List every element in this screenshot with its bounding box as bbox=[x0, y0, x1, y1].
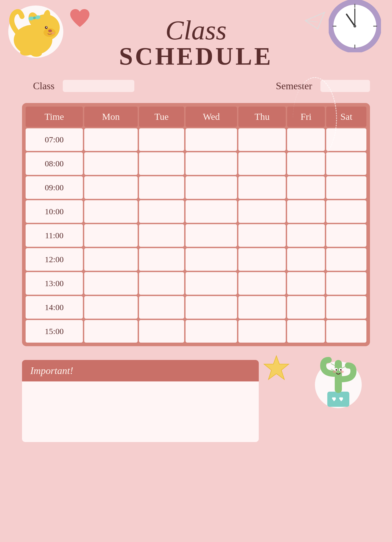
title-class: Class bbox=[22, 17, 370, 44]
table-header-tue: Tue bbox=[139, 107, 184, 127]
table-header-mon: Mon bbox=[84, 107, 138, 127]
schedule-cell[interactable] bbox=[186, 152, 237, 175]
svg-rect-28 bbox=[327, 392, 349, 407]
header: Class SCHEDULE bbox=[22, 11, 370, 69]
important-label: Important! bbox=[30, 365, 73, 376]
star-decoration bbox=[263, 354, 290, 383]
table-body: 07:0008:0009:0010:0011:0012:0013:0014:00… bbox=[26, 128, 366, 343]
schedule-cell[interactable] bbox=[238, 296, 286, 319]
schedule-cell[interactable] bbox=[326, 200, 366, 223]
schedule-cell[interactable] bbox=[186, 272, 237, 295]
time-cell-1400: 14:00 bbox=[26, 296, 83, 319]
time-cell-1200: 12:00 bbox=[26, 248, 83, 271]
schedule-cell[interactable] bbox=[84, 224, 138, 247]
schedule-cell[interactable] bbox=[186, 128, 237, 151]
schedule-cell[interactable] bbox=[326, 152, 366, 175]
schedule-cell[interactable] bbox=[287, 200, 325, 223]
schedule-cell[interactable] bbox=[84, 176, 138, 199]
svg-point-35 bbox=[336, 369, 337, 371]
schedule-cell[interactable] bbox=[186, 296, 237, 319]
table-row: 12:00 bbox=[26, 248, 366, 271]
page: Class SCHEDULE Class Semester TimeMonTue… bbox=[0, 0, 392, 542]
dashed-curve-decoration bbox=[293, 77, 337, 160]
schedule-cell[interactable] bbox=[186, 176, 237, 199]
schedule-cell[interactable] bbox=[186, 224, 237, 247]
schedule-cell[interactable] bbox=[84, 152, 138, 175]
important-header: Important! bbox=[22, 360, 259, 381]
table-row: 13:00 bbox=[26, 272, 366, 295]
table-row: 10:00 bbox=[26, 200, 366, 223]
schedule-cell[interactable] bbox=[84, 128, 138, 151]
schedule-cell[interactable] bbox=[84, 296, 138, 319]
schedule-cell[interactable] bbox=[326, 272, 366, 295]
schedule-cell[interactable] bbox=[326, 176, 366, 199]
time-cell-0800: 08:00 bbox=[26, 152, 83, 175]
schedule-cell[interactable] bbox=[139, 296, 184, 319]
schedule-cell[interactable] bbox=[238, 200, 286, 223]
important-section: Important! bbox=[22, 360, 259, 442]
schedule-cell[interactable] bbox=[238, 224, 286, 247]
class-input[interactable] bbox=[63, 80, 134, 92]
schedule-cell[interactable] bbox=[139, 128, 184, 151]
table-header-thu: Thu bbox=[238, 107, 286, 127]
table-row: 09:00 bbox=[26, 176, 366, 199]
class-label: Class bbox=[33, 80, 55, 92]
schedule-cell[interactable] bbox=[287, 176, 325, 199]
schedule-cell[interactable] bbox=[287, 320, 325, 343]
schedule-cell[interactable] bbox=[186, 200, 237, 223]
schedule-cell[interactable] bbox=[326, 296, 366, 319]
svg-point-38 bbox=[341, 371, 344, 373]
time-cell-0700: 07:00 bbox=[26, 128, 83, 151]
schedule-cell[interactable] bbox=[84, 248, 138, 271]
schedule-cell[interactable] bbox=[84, 272, 138, 295]
schedule-cell[interactable] bbox=[238, 176, 286, 199]
schedule-cell[interactable] bbox=[287, 272, 325, 295]
schedule-cell[interactable] bbox=[326, 320, 366, 343]
schedule-cell[interactable] bbox=[287, 296, 325, 319]
time-cell-1000: 10:00 bbox=[26, 200, 83, 223]
time-cell-1300: 13:00 bbox=[26, 272, 83, 295]
schedule-cell[interactable] bbox=[139, 176, 184, 199]
table-row: 11:00 bbox=[26, 224, 366, 247]
schedule-cell[interactable] bbox=[287, 224, 325, 247]
svg-marker-26 bbox=[264, 356, 289, 380]
important-body[interactable] bbox=[22, 381, 259, 442]
schedule-cell[interactable] bbox=[139, 224, 184, 247]
bottom-section: Important! bbox=[22, 360, 370, 442]
table-header-time: Time bbox=[26, 107, 83, 127]
time-cell-0900: 09:00 bbox=[26, 176, 83, 199]
schedule-cell[interactable] bbox=[139, 272, 184, 295]
schedule-cell[interactable] bbox=[287, 248, 325, 271]
schedule-cell[interactable] bbox=[139, 320, 184, 343]
schedule-cell[interactable] bbox=[186, 248, 237, 271]
table-header-wed: Wed bbox=[186, 107, 237, 127]
svg-point-37 bbox=[333, 371, 336, 373]
schedule-cell[interactable] bbox=[139, 248, 184, 271]
time-cell-1500: 15:00 bbox=[26, 320, 83, 343]
schedule-cell[interactable] bbox=[238, 128, 286, 151]
schedule-cell[interactable] bbox=[139, 200, 184, 223]
schedule-cell[interactable] bbox=[238, 320, 286, 343]
schedule-cell[interactable] bbox=[326, 248, 366, 271]
schedule-cell[interactable] bbox=[84, 320, 138, 343]
title-schedule: SCHEDULE bbox=[22, 44, 370, 69]
schedule-cell[interactable] bbox=[238, 272, 286, 295]
schedule-cell[interactable] bbox=[326, 224, 366, 247]
schedule-cell[interactable] bbox=[139, 152, 184, 175]
schedule-cell[interactable] bbox=[238, 152, 286, 175]
table-row: 14:00 bbox=[26, 296, 366, 319]
table-row: 15:00 bbox=[26, 320, 366, 343]
cactus-decoration bbox=[312, 343, 364, 411]
schedule-cell[interactable] bbox=[186, 320, 237, 343]
time-cell-1100: 11:00 bbox=[26, 224, 83, 247]
schedule-cell[interactable] bbox=[84, 200, 138, 223]
schedule-cell[interactable] bbox=[238, 248, 286, 271]
svg-point-36 bbox=[340, 369, 342, 371]
